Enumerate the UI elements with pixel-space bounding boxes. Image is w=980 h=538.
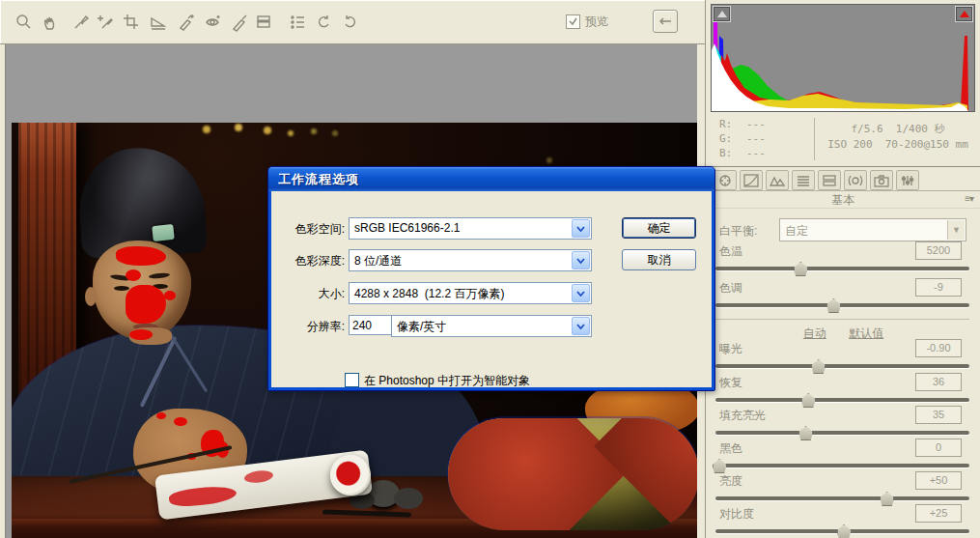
smart-object-checkbox[interactable] [345,373,359,387]
panel-menu-icon[interactable]: ≡▾ [965,193,973,204]
color-space-value: sRGB IEC61966-2.1 [354,221,460,235]
highlight-clipping-overlay [243,469,273,485]
slider-thumb[interactable] [811,359,826,374]
exif-aperture-shutter: f/5.6 1/400 秒 [822,122,974,136]
slider-thumb[interactable] [826,298,841,313]
auto-link[interactable]: 自动 [803,326,826,340]
toggle-fullscreen-button[interactable] [653,10,678,33]
brightness-value[interactable]: +50 [915,471,962,490]
recovery-slider[interactable] [715,398,969,402]
hsl-grayscale-tab-icon[interactable] [792,170,815,190]
temperature-slider[interactable] [715,267,969,270]
brightness-slider[interactable] [715,496,969,500]
blacks-slider[interactable] [715,464,969,467]
slider-thumb[interactable] [794,262,808,276]
rotate-left-tool-icon[interactable] [313,11,336,34]
dialog-body: 色彩空间: sRGB IEC61966-2.1 确定 色彩深度: 8 位/通道 … [271,191,712,387]
histogram-plot [712,7,972,111]
resolution-row: 分辨率: 像素/英寸 [271,315,712,336]
contrast-label: 对比度 [719,506,754,523]
temperature-slider-row: 色温 5200 [715,243,971,280]
divider [814,118,815,160]
g-value: --- [746,132,766,145]
color-depth-label: 色彩深度: [271,253,345,269]
camera-calibration-tab-icon[interactable] [870,170,893,190]
tone-curve-tab-icon[interactable] [740,170,763,190]
spot-removal-tool-icon[interactable] [175,11,198,34]
color-space-label: 色彩空间: [271,221,345,238]
exposure-slider[interactable] [715,364,969,368]
rotate-right-tool-icon[interactable] [338,11,361,34]
photo-bolster-diamond [448,418,629,530]
fill-light-slider[interactable] [715,431,969,435]
blacks-label: 黑色 [719,440,742,457]
detail-tab-icon[interactable] [766,170,789,190]
crop-tool-icon[interactable] [120,11,143,34]
tint-slider-row: 色调 -9 [715,280,971,317]
shadow-clipping-warning-button[interactable] [713,6,731,22]
smart-object-label: 在 Photoshop 中打开为智能对象 [364,373,530,389]
r-label: R: [719,118,732,130]
cancel-button[interactable]: 取消 [622,249,696,270]
preferences-tool-icon[interactable] [287,11,310,34]
color-depth-value: 8 位/通道 [354,253,402,269]
recovery-value[interactable]: 36 [915,373,962,391]
white-balance-select[interactable]: 自定 ▼ [779,218,966,241]
ok-button[interactable]: 确定 [622,217,696,239]
exposure-value[interactable]: -0.90 [915,339,962,357]
dropdown-arrow-icon [572,219,590,238]
b-value: --- [746,147,766,159]
smart-object-row: 在 Photoshop 中打开为智能对象 [271,372,712,389]
contrast-value[interactable]: +25 [915,504,962,523]
preview-toggle: 预览 [566,14,608,30]
slider-thumb[interactable] [837,524,852,538]
panel-tabs [706,166,980,191]
blacks-value[interactable]: 0 [915,439,962,457]
dialog-titlebar[interactable]: 工作流程选项 [268,167,714,191]
slider-thumb[interactable] [713,459,727,473]
temperature-label: 色温 [719,243,742,260]
graduated-filter-tool-icon[interactable] [252,11,275,34]
tint-slider[interactable] [715,303,969,307]
lens-corrections-tab-icon[interactable] [844,170,867,190]
split-toning-tab-icon[interactable] [818,170,841,190]
preview-checkbox[interactable] [566,14,580,29]
slider-thumb[interactable] [798,426,813,440]
straighten-tool-icon[interactable] [147,11,170,34]
dropdown-arrow-icon [572,284,590,302]
adjustment-brush-tool-icon[interactable] [228,11,251,34]
default-link[interactable]: 默认值 [849,326,883,340]
resolution-input[interactable] [349,315,393,335]
panel-title: 基本 [706,192,980,209]
resolution-label: 分辨率: [271,319,345,335]
size-label: 大小: [271,286,345,302]
hand-tool-icon[interactable] [40,11,63,34]
resolution-unit-select[interactable]: 像素/英寸 [391,315,592,337]
highlight-clipping-overlay [126,269,141,281]
color-sampler-tool-icon[interactable] [93,11,116,34]
tint-value[interactable]: -9 [915,278,962,297]
size-value: 4288 x 2848 (12.2 百万像素) [354,286,504,302]
red-eye-tool-icon[interactable] [202,11,225,34]
highlight-clipping-warning-button[interactable] [955,6,973,22]
fill-light-value[interactable]: 35 [915,406,962,424]
color-space-select[interactable]: sRGB IEC61966-2.1 [349,217,592,240]
size-select[interactable]: 4288 x 2848 (12.2 百万像素) [349,282,592,304]
presets-tab-icon[interactable] [896,170,919,190]
temperature-value[interactable]: 5200 [915,241,962,260]
zoom-tool-icon[interactable] [13,11,36,34]
contrast-slider[interactable] [715,529,969,533]
slider-thumb[interactable] [801,393,816,408]
photo-eye [114,286,129,291]
color-depth-select[interactable]: 8 位/通道 [349,249,592,271]
adjustments-panel: R: --- G: --- B: --- f/5.6 1/400 秒 ISO 2… [705,0,980,538]
dropdown-arrow-icon [572,317,590,335]
basic-tab-icon[interactable] [714,170,737,190]
photo-man-ear [85,287,97,306]
contrast-slider-row: 对比度 +25 [715,506,971,538]
dropdown-arrow-icon [572,251,590,269]
slider-thumb[interactable] [880,492,894,506]
photo-stone [394,488,423,509]
white-balance-tool-icon[interactable] [70,11,93,34]
white-balance-row: 白平衡: 自定 ▼ [706,218,980,241]
